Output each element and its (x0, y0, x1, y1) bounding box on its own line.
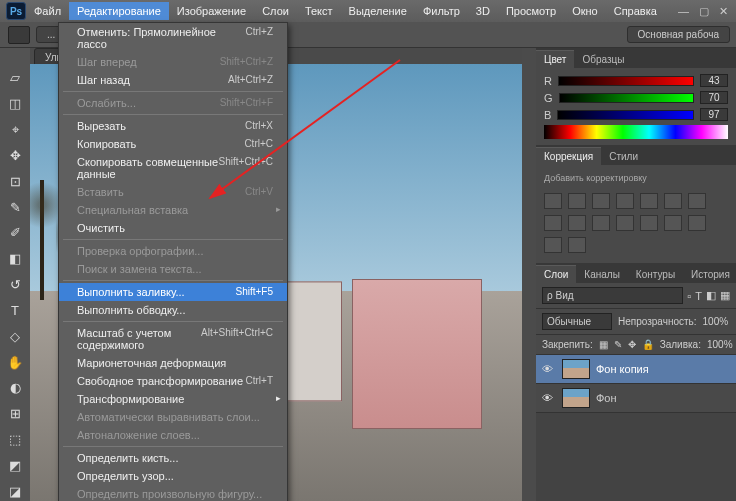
tool-button[interactable]: ◇ (4, 326, 26, 346)
menu-item[interactable]: ВырезатьCtrl+X (59, 117, 287, 135)
tool-button[interactable]: ◫ (4, 94, 26, 114)
menu-item[interactable]: Выполнить заливку...Shift+F5 (59, 283, 287, 301)
menu-слои[interactable]: Слои (254, 2, 297, 20)
adj-icon[interactable] (592, 215, 610, 231)
menu-редактирование[interactable]: Редактирование (69, 2, 169, 20)
filter-icon[interactable]: ◧ (706, 289, 716, 302)
tab-paths[interactable]: Контуры (628, 266, 683, 283)
adj-icon[interactable] (688, 193, 706, 209)
tool-button[interactable]: ✐ (4, 223, 26, 243)
channel-value[interactable]: 97 (700, 108, 728, 121)
tool-button[interactable]: ✋ (4, 352, 26, 372)
tool-button[interactable]: ▱ (4, 68, 26, 88)
fill-value[interactable]: 100% (707, 339, 733, 350)
lock-paint-icon[interactable]: ✎ (614, 339, 622, 350)
adj-icon[interactable] (544, 237, 562, 253)
tab-adjustments[interactable]: Коррекция (536, 147, 601, 165)
tool-preset-swatch[interactable] (8, 26, 30, 44)
menu-файл[interactable]: Файл (26, 2, 69, 20)
menu-item[interactable]: Масштаб с учетом содержимогоAlt+Shift+Ct… (59, 324, 287, 354)
adj-icon[interactable] (640, 215, 658, 231)
opacity-value[interactable]: 100% (703, 316, 730, 327)
tool-button[interactable]: ⊞ (4, 404, 26, 424)
adj-icon[interactable] (568, 215, 586, 231)
filter-icon[interactable]: ▫ (687, 290, 691, 302)
lock-position-icon[interactable]: ✥ (628, 339, 636, 350)
adj-icon[interactable] (568, 237, 586, 253)
channel-value[interactable]: 43 (700, 74, 728, 87)
layer-thumbnail[interactable] (562, 388, 590, 408)
adj-icon[interactable] (616, 215, 634, 231)
menu-item[interactable]: Определить узор... (59, 467, 287, 485)
channel-slider[interactable] (558, 76, 694, 86)
menu-item[interactable]: Отменить: Прямолинейное лассоCtrl+Z (59, 23, 287, 53)
menu-item[interactable]: Марионеточная деформация (59, 354, 287, 372)
menu-item[interactable]: Скопировать совмещенные данныеShift+Ctrl… (59, 153, 287, 183)
tool-button[interactable]: ◧ (4, 249, 26, 269)
layer-filter[interactable]: ρ Вид (542, 287, 683, 304)
menu-выделение[interactable]: Выделение (341, 2, 415, 20)
tab-channels[interactable]: Каналы (576, 266, 628, 283)
menu-item[interactable]: Трансформирование (59, 390, 287, 408)
adj-icon[interactable] (592, 193, 610, 209)
visibility-icon[interactable]: 👁 (542, 392, 556, 404)
close-icon[interactable]: ✕ (719, 5, 728, 18)
collapsed-panel-strip[interactable] (522, 48, 536, 501)
tool-button[interactable]: ✎ (4, 197, 26, 217)
adj-icon[interactable] (544, 215, 562, 231)
layer-row[interactable]: 👁 Фон (536, 384, 736, 413)
menu-item[interactable]: КопироватьCtrl+C (59, 135, 287, 153)
tool-button[interactable]: ◐ (4, 378, 26, 398)
menu-item-label: Определить произвольную фигуру... (77, 488, 262, 500)
tool-button[interactable]: T (4, 300, 26, 320)
adj-icon[interactable] (568, 193, 586, 209)
adj-icon[interactable] (544, 193, 562, 209)
menu-item[interactable]: Выполнить обводку... (59, 301, 287, 319)
channel-slider[interactable] (557, 110, 694, 120)
menu-изображение[interactable]: Изображение (169, 2, 254, 20)
lock-all-icon[interactable]: 🔒 (642, 339, 654, 350)
menu-просмотр[interactable]: Просмотр (498, 2, 564, 20)
tool-button[interactable]: ✥ (4, 145, 26, 165)
color-spectrum[interactable] (544, 125, 728, 139)
tool-button[interactable]: ◩ (4, 455, 26, 475)
adj-icon[interactable] (640, 193, 658, 209)
tab-history[interactable]: История (683, 266, 736, 283)
blend-mode-select[interactable]: Обычные (542, 313, 612, 330)
channel-value[interactable]: 70 (700, 91, 728, 104)
menu-справка[interactable]: Справка (606, 2, 665, 20)
adj-icon[interactable] (616, 193, 634, 209)
menu-item[interactable]: Шаг назадAlt+Ctrl+Z (59, 71, 287, 89)
workspace-switcher[interactable]: Основная рабоча (627, 26, 730, 43)
menu-item[interactable]: Определить кисть... (59, 449, 287, 467)
menu-окно[interactable]: Окно (564, 2, 606, 20)
tool-button[interactable]: ⬚ (4, 430, 26, 450)
channel-slider[interactable] (559, 93, 694, 103)
window-controls[interactable]: — ▢ ✕ (678, 5, 736, 18)
visibility-icon[interactable]: 👁 (542, 363, 556, 375)
menu-item[interactable]: Свободное трансформированиеCtrl+T (59, 372, 287, 390)
tab-styles[interactable]: Стили (601, 148, 646, 165)
menu-item[interactable]: Очистить (59, 219, 287, 237)
adj-icon[interactable] (664, 215, 682, 231)
tool-button[interactable]: ↺ (4, 275, 26, 295)
tab-layers[interactable]: Слои (536, 265, 576, 283)
tool-button[interactable]: ◪ (4, 481, 26, 501)
adj-icon[interactable] (688, 215, 706, 231)
adj-icon[interactable] (664, 193, 682, 209)
tab-color[interactable]: Цвет (536, 50, 574, 68)
filter-icon[interactable]: ▦ (720, 289, 730, 302)
tab-swatches[interactable]: Образцы (574, 51, 632, 68)
menu-текст[interactable]: Текст (297, 2, 341, 20)
filter-icon[interactable]: T (695, 290, 702, 302)
tool-button[interactable]: ⊡ (4, 171, 26, 191)
minimize-icon[interactable]: — (678, 5, 689, 18)
tool-button[interactable]: ⌖ (4, 120, 26, 140)
layer-thumbnail[interactable] (562, 359, 590, 379)
lock-pixels-icon[interactable]: ▦ (599, 339, 608, 350)
layer-row[interactable]: 👁 Фон копия (536, 355, 736, 384)
restore-icon[interactable]: ▢ (699, 5, 709, 18)
menu-3d[interactable]: 3D (468, 2, 498, 20)
menu-item-label: Определить узор... (77, 470, 174, 482)
menu-фильтр[interactable]: Фильтр (415, 2, 468, 20)
